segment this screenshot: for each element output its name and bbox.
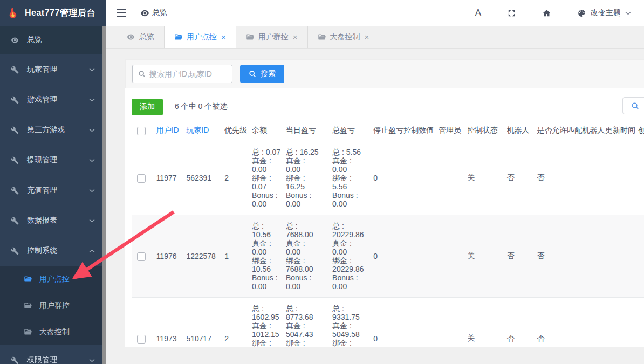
- table-row: 11977 562391 2 总 : 0.07 真金 : 0.00 绑金 : 0…: [132, 141, 644, 215]
- col-header-total-pl: 总盈亏: [332, 120, 373, 141]
- col-header-player-id[interactable]: 玩家ID: [186, 120, 224, 141]
- fullscreen-icon[interactable]: [507, 9, 516, 18]
- col-header-control-status: 控制状态: [468, 120, 507, 141]
- wrench-icon: [11, 96, 19, 104]
- theme-label: 改变主题: [591, 8, 621, 18]
- sidebar-item-overview[interactable]: 总览: [0, 26, 106, 54]
- sidebar-item-permission-mgmt[interactable]: 权限管理: [0, 345, 106, 364]
- cell-daily-pl: 总 : 8773.68 真金 : 5047.43 绑金 : 3726.25 Bo…: [286, 298, 332, 347]
- sidebar-item-player-mgmt[interactable]: 玩家管理: [0, 54, 106, 85]
- row-checkbox[interactable]: [137, 335, 146, 344]
- table-header-row: 用户ID 玩家ID 优先级 余额 当日盈亏 总盈亏 停止盈亏控制数值 管理员 控…: [132, 120, 644, 141]
- cell-total-pl: 总 : 20229.86 真金 : 0.00 绑金 : 20229.86 Bon…: [332, 215, 373, 298]
- chevron-down-icon: [89, 359, 95, 362]
- sidebar-item-thirdparty-games[interactable]: 第三方游戏: [0, 115, 106, 145]
- col-header-user-id[interactable]: 用户ID: [156, 120, 187, 141]
- folder-open-icon: [318, 33, 326, 41]
- sidebar-item-data-reports[interactable]: 数据报表: [0, 205, 106, 236]
- sidebar-item-label: 充值管理: [27, 186, 81, 195]
- folder-open-icon: [246, 33, 254, 41]
- sidebar-item-recharge-mgmt[interactable]: 充值管理: [0, 175, 106, 205]
- change-theme-button[interactable]: 改变主题: [577, 8, 631, 18]
- sidebar-item-label: 玩家管理: [27, 65, 81, 74]
- cell-admin: [439, 298, 468, 347]
- folder-open-icon: [24, 328, 32, 336]
- close-icon[interactable]: ×: [221, 33, 226, 41]
- cell-allow-match-robot: 否: [537, 215, 605, 298]
- home-icon[interactable]: [542, 9, 551, 18]
- chevron-down-icon: [89, 68, 95, 72]
- tab-overview[interactable]: 总览: [117, 26, 165, 48]
- cell-create-time: [638, 298, 644, 347]
- select-all-checkbox[interactable]: [137, 127, 146, 135]
- cell-robot: 否: [507, 215, 537, 298]
- sidebar-item-withdraw-mgmt[interactable]: 提现管理: [0, 145, 106, 175]
- sidebar-scrollbar[interactable]: [102, 26, 106, 364]
- chevron-down-icon: [89, 219, 95, 223]
- chevron-down-icon: [89, 98, 95, 102]
- close-icon[interactable]: ×: [293, 33, 298, 41]
- page-content: 搜索 添加 6 个中 0 个被选: [106, 49, 644, 347]
- col-header-robot: 机器人: [507, 120, 537, 141]
- cell-update-time: [605, 215, 638, 298]
- sidebar-item-label: 权限管理: [27, 355, 81, 364]
- main-area: 总览 A 改变主题 总览 用户点控 × 用户群控 ×: [106, 0, 644, 364]
- folder-open-icon: [24, 275, 32, 283]
- sidebar-item-user-group-control[interactable]: 用户群控: [0, 292, 106, 319]
- wrench-icon: [11, 247, 19, 255]
- wrench-icon: [11, 187, 19, 195]
- cell-balance: 总 : 0.07 真金 : 0.00 绑金 : 0.07 Bonus : 0.0…: [252, 141, 286, 215]
- font-size-button[interactable]: A: [475, 8, 481, 18]
- eye-icon: [11, 36, 19, 44]
- search-icon: [631, 102, 639, 110]
- search-panel: 搜索: [125, 59, 644, 88]
- collapse-menu-icon[interactable]: [117, 9, 126, 17]
- table-toolbar: 添加 6 个中 0 个被选: [132, 95, 644, 119]
- folder-open-icon: [174, 33, 182, 41]
- chevron-up-icon: [89, 249, 95, 253]
- app-title: Heat777管理后台: [25, 8, 95, 19]
- chevron-down-icon: [89, 159, 95, 162]
- cell-allow-match-robot: 否: [537, 141, 605, 215]
- sidebar-item-control-system[interactable]: 控制系统: [0, 236, 106, 266]
- wrench-icon: [11, 66, 19, 74]
- cell-admin: [439, 141, 468, 215]
- col-header-admin: 管理员: [439, 120, 468, 141]
- wrench-icon: [11, 356, 19, 364]
- tab-market-control[interactable]: 大盘控制 ×: [308, 26, 380, 48]
- search-icon: [249, 70, 256, 78]
- sidebar-item-game-mgmt[interactable]: 游戏管理: [0, 85, 106, 115]
- eye-icon: [127, 33, 135, 41]
- table-search-button[interactable]: [622, 97, 644, 114]
- sidebar-item-label: 数据报表: [27, 216, 81, 225]
- sidebar-item-market-control[interactable]: 大盘控制: [0, 319, 106, 345]
- col-header-update-time: 更新时间: [605, 120, 638, 141]
- sidebar-item-label: 提现管理: [27, 155, 81, 165]
- app-logo[interactable]: Heat777管理后台: [0, 0, 106, 26]
- cell-daily-pl: 总 : 16.25 真金 : 0.00 绑金 : 16.25 Bonus : 0…: [286, 141, 332, 215]
- sidebar-item-label: 第三方游戏: [27, 125, 81, 135]
- search-button[interactable]: 搜索: [240, 65, 284, 83]
- tab-user-group-control[interactable]: 用户群控 ×: [236, 26, 308, 48]
- cell-control-status: 关: [468, 298, 507, 347]
- breadcrumb[interactable]: 总览: [140, 8, 167, 18]
- sidebar-item-label: 用户点控: [39, 274, 70, 284]
- row-checkbox[interactable]: [137, 252, 146, 261]
- cell-create-time: [638, 215, 644, 298]
- row-checkbox[interactable]: [137, 174, 146, 183]
- topbar: 总览 A 改变主题: [106, 0, 644, 26]
- cell-player-id: 562391: [186, 141, 224, 215]
- cell-total-pl: 总 : 5.56 真金 : 0.00 绑金 : 5.56 Bonus : 0.0…: [332, 141, 373, 215]
- wrench-icon: [11, 156, 19, 164]
- sidebar-item-user-point-control[interactable]: 用户点控: [0, 266, 106, 292]
- search-input[interactable]: [149, 70, 227, 78]
- cell-total-pl: 总 : 9331.75 真金 : 5049.58 绑金 : 4282.17 Bo…: [332, 298, 373, 347]
- cell-update-time: [605, 141, 638, 215]
- logo-flame-icon: [6, 6, 19, 19]
- chevron-down-icon: [89, 189, 95, 193]
- add-button[interactable]: 添加: [132, 99, 163, 115]
- cell-stop-value: 0: [373, 215, 439, 298]
- close-icon[interactable]: ×: [365, 33, 369, 41]
- tab-user-point-control[interactable]: 用户点控 ×: [165, 26, 236, 48]
- col-header-daily-pl: 当日盈亏: [286, 120, 332, 141]
